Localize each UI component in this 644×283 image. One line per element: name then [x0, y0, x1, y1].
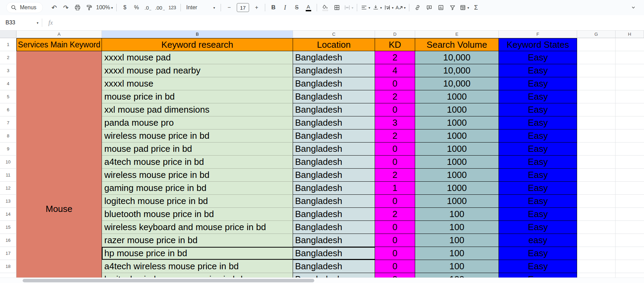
cell-C9[interactable]: Bangladesh — [293, 143, 375, 156]
functions-button[interactable]: Σ — [471, 3, 481, 12]
formula-input[interactable] — [56, 15, 644, 30]
cell-G7[interactable] — [577, 116, 616, 129]
cell-B13[interactable]: logitech mouse price in bd — [102, 195, 293, 208]
cell-G17[interactable] — [577, 247, 616, 260]
cell-E17[interactable]: 100 — [415, 247, 499, 260]
cell-E9[interactable]: 1000 — [415, 143, 499, 156]
cell-F18[interactable]: Easy — [499, 260, 577, 273]
text-color-button[interactable]: A — [304, 3, 313, 12]
cell-C17[interactable]: Bangladesh — [293, 247, 375, 260]
cell-E12[interactable]: 1000 — [415, 182, 499, 195]
cell-H12[interactable] — [616, 182, 644, 195]
row-header-13[interactable]: 13 — [0, 195, 16, 208]
cell-D12[interactable]: 1 — [375, 182, 415, 195]
more-formats-button[interactable]: 123 — [167, 3, 177, 12]
cell-B6[interactable]: xxl mouse pad dimensions — [102, 103, 293, 116]
cell-D5[interactable]: 2 — [375, 90, 415, 103]
cell-B3[interactable]: xxxxl mouse pad nearby — [102, 64, 293, 77]
column-header-g[interactable]: G — [577, 31, 616, 38]
cell-B11[interactable]: wireless mouse price in bd — [102, 169, 293, 182]
redo-button[interactable]: ↷ — [61, 3, 71, 12]
cell-B2[interactable]: xxxxl mouse pad — [102, 51, 293, 64]
cell-B14[interactable]: bluetooth mouse price in bd — [102, 208, 293, 221]
cell-E11[interactable]: 1000 — [415, 169, 499, 182]
cell-C2[interactable]: Bangladesh — [293, 51, 375, 64]
cell-H16[interactable] — [616, 234, 644, 247]
borders-button[interactable] — [332, 3, 342, 12]
select-all-corner[interactable] — [0, 31, 16, 38]
menus-search-pill[interactable]: Menus — [6, 2, 43, 13]
cell-H15[interactable] — [616, 221, 644, 234]
cell-F8[interactable]: Easy — [499, 129, 577, 143]
cell-B7[interactable]: panda mouse pro — [102, 116, 293, 129]
cell-B15[interactable]: wireless keyboard and mouse price in bd — [102, 221, 293, 234]
cell-G3[interactable] — [577, 64, 616, 77]
cell-B1-keyword-research[interactable]: Keyword research — [102, 38, 293, 51]
cell-C13[interactable]: Bangladesh — [293, 195, 375, 208]
cell-F2[interactable]: Easy — [499, 51, 577, 64]
cell-B4[interactable]: xxxxl mouse — [102, 77, 293, 90]
column-header-e[interactable]: E — [415, 31, 499, 38]
row-header-7[interactable]: 7 — [0, 116, 16, 129]
cell-G8[interactable] — [577, 129, 616, 143]
cell-E18[interactable]: 100 — [415, 260, 499, 273]
fill-color-button[interactable] — [320, 3, 330, 12]
cell-H11[interactable] — [616, 169, 644, 182]
cell-H10[interactable] — [616, 156, 644, 169]
cell-H9[interactable] — [616, 143, 644, 156]
cell-G16[interactable] — [577, 234, 616, 247]
cell-F1-keyword-states[interactable]: Keyword States — [499, 38, 577, 51]
cell-C6[interactable]: Bangladesh — [293, 103, 375, 116]
cell-C5[interactable]: Bangladesh — [293, 90, 375, 103]
cell-E5[interactable]: 1000 — [415, 90, 499, 103]
cell-E1-search-volume[interactable]: Search Volume — [415, 38, 499, 51]
cell-C3[interactable]: Bangladesh — [293, 64, 375, 77]
cell-H3[interactable] — [616, 64, 644, 77]
bold-button[interactable]: B — [269, 3, 278, 12]
cell-H17[interactable] — [616, 247, 644, 260]
cell-G11[interactable] — [577, 169, 616, 182]
cell-G1[interactable] — [577, 38, 616, 51]
row-header-3[interactable]: 3 — [0, 64, 16, 77]
cell-C18[interactable]: Bangladesh — [293, 260, 375, 273]
cell-G6[interactable] — [577, 103, 616, 116]
cell-E3[interactable]: 10,000 — [415, 64, 499, 77]
row-header-18[interactable]: 18 — [0, 260, 16, 273]
zoom-control[interactable]: 100% ▾ — [96, 3, 113, 12]
cell-D13[interactable]: 0 — [375, 195, 415, 208]
horizontal-align-button[interactable]: ▾ — [361, 3, 370, 12]
cell-D17[interactable]: 0 — [375, 247, 415, 260]
paint-format-button[interactable] — [84, 3, 94, 12]
row-header-6[interactable]: 6 — [0, 103, 16, 116]
cell-F13[interactable]: Easy — [499, 195, 577, 208]
cell-B16[interactable]: razer mouse price in bd — [102, 234, 293, 247]
cell-G15[interactable] — [577, 221, 616, 234]
undo-button[interactable]: ↶ — [49, 3, 59, 12]
cell-E7[interactable]: 1000 — [415, 116, 499, 129]
decrease-decimal-button[interactable]: .0← — [143, 3, 153, 12]
merge-cells-button[interactable]: ▾ — [344, 3, 353, 12]
cell-F10[interactable]: Easy — [499, 156, 577, 169]
cell-E6[interactable]: 1000 — [415, 103, 499, 116]
cell-G18[interactable] — [577, 260, 616, 273]
cell-D16[interactable]: 0 — [375, 234, 415, 247]
cell-H5[interactable] — [616, 90, 644, 103]
cell-C7[interactable]: Bangladesh — [293, 116, 375, 129]
cell-F11[interactable]: Easy — [499, 169, 577, 182]
cell-D10[interactable]: 0 — [375, 156, 415, 169]
cell-F15[interactable]: Easy — [499, 221, 577, 234]
horizontal-scrollbar-thumb[interactable] — [23, 279, 314, 282]
column-header-c[interactable]: C — [293, 31, 375, 38]
strikethrough-button[interactable]: S — [292, 3, 302, 12]
cell-D14[interactable]: 2 — [375, 208, 415, 221]
cell-H1[interactable] — [616, 38, 644, 51]
row-header-9[interactable]: 9 — [0, 143, 16, 156]
cell-D8[interactable]: 2 — [375, 129, 415, 143]
italic-button[interactable]: I — [280, 3, 290, 12]
row-header-14[interactable]: 14 — [0, 208, 16, 221]
increase-decimal-button[interactable]: .00→ — [155, 3, 165, 12]
cell-B12[interactable]: gaming mouse price in bd — [102, 182, 293, 195]
cell-name-box[interactable]: B33 ▾ — [0, 20, 38, 26]
increase-font-size-button[interactable]: + — [252, 3, 261, 12]
cell-D9[interactable]: 0 — [375, 143, 415, 156]
